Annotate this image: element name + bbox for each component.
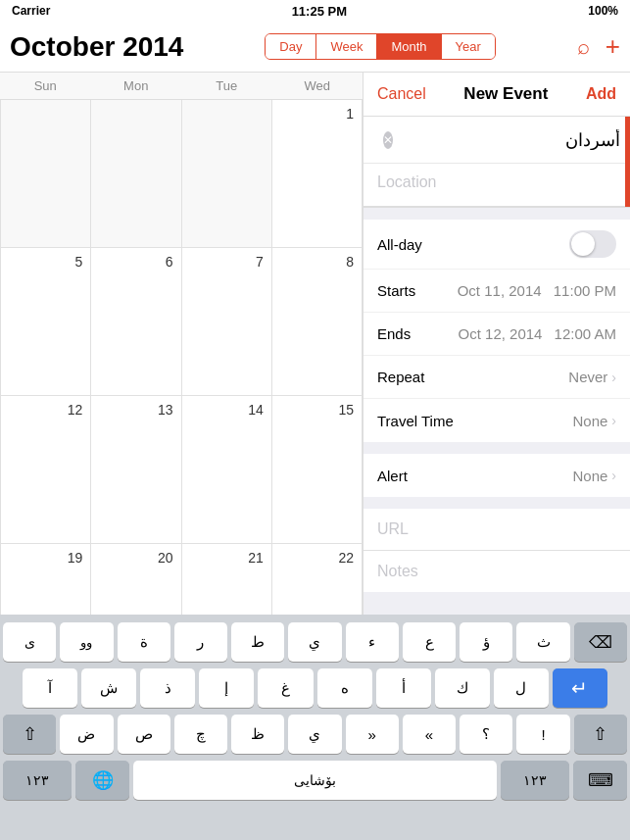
key-question[interactable]: ؟ (460, 715, 512, 754)
keyboard-row-3: ⇧ ض ص چ ظ ي » « ؟ ! ⇧ (3, 715, 627, 754)
key-sad[interactable]: ص (118, 715, 170, 754)
return-key[interactable]: ↵ (553, 668, 607, 708)
key-lam[interactable]: ل (494, 668, 549, 708)
keyboard-row-4: ١٢٣ 🌐 بۆشایی ١٢٣ ⌨ (3, 761, 627, 800)
repeat-value: Never › (568, 369, 616, 385)
event-color-bar (625, 117, 630, 207)
view-tabs[interactable]: Day Week Month Year (265, 33, 496, 60)
key-ta-marbuta[interactable]: ة (118, 622, 170, 662)
header-icons: ⌕ + (577, 31, 620, 62)
url-field[interactable]: URL (363, 509, 630, 551)
key-exclaim[interactable]: ! (516, 715, 569, 754)
panel-title: New Event (463, 84, 548, 104)
key-ta[interactable]: ط (231, 622, 284, 662)
cal-cell[interactable]: 12 (1, 396, 91, 544)
cal-cell[interactable]: 7 (182, 248, 272, 396)
shift-right-key[interactable]: ⇧ (574, 715, 627, 754)
calendar-header: October 2014 Day Week Month Year ⌕ + (0, 22, 630, 73)
tab-year[interactable]: Year (442, 34, 495, 59)
key-ghain[interactable]: غ (258, 668, 313, 708)
keyboard-hide-key[interactable]: ⌨ (573, 761, 627, 800)
num-key-left[interactable]: ١٢٣ (3, 761, 72, 800)
location-placeholder: Location (377, 173, 437, 190)
cal-cell[interactable]: . (1, 100, 91, 248)
key-ha[interactable]: ه (317, 668, 372, 708)
cal-cell[interactable]: . (182, 100, 272, 248)
tab-day[interactable]: Day (266, 34, 316, 59)
all-day-label: All-day (377, 236, 422, 253)
ends-row[interactable]: Ends Oct 12, 2014 12:00 AM (363, 313, 630, 356)
all-day-row: All-day (363, 220, 630, 270)
key-ya3[interactable]: ي (288, 715, 341, 754)
num-key-right[interactable]: ١٢٣ (501, 761, 569, 800)
key-alef-hamza[interactable]: أ (376, 668, 431, 708)
add-button[interactable]: Add (586, 85, 616, 103)
key-alef-mad[interactable]: آ (23, 668, 77, 708)
key-ya[interactable]: ى (3, 622, 56, 662)
travel-time-row[interactable]: Travel Time None › (363, 399, 630, 442)
alert-chevron: › (611, 468, 616, 483)
repeat-chevron: › (611, 370, 616, 385)
time-text: 11:25 PM (292, 4, 347, 19)
ends-time: 12:00 AM (555, 325, 616, 342)
month-label: October (10, 31, 115, 62)
starts-time: 11:00 PM (554, 282, 616, 299)
starts-date: Oct 11, 2014 (458, 282, 542, 299)
starts-value: Oct 11, 2014 11:00 PM (458, 282, 616, 299)
url-placeholder: URL (377, 520, 409, 537)
key-dad[interactable]: ض (60, 715, 113, 754)
delete-key[interactable]: ⌫ (574, 622, 627, 662)
event-name-field[interactable]: ✕ (363, 117, 630, 164)
day-header-wed: Wed (272, 73, 363, 99)
cal-cell[interactable]: 6 (91, 248, 181, 396)
cal-cell[interactable]: . (91, 100, 181, 248)
key-shin[interactable]: ش (81, 668, 136, 708)
cancel-button[interactable]: Cancel (377, 85, 426, 103)
key-dha[interactable]: ظ (231, 715, 284, 754)
cal-cell[interactable]: 14 (182, 396, 272, 544)
cal-cell[interactable]: 15 (272, 396, 363, 544)
key-che[interactable]: چ (174, 715, 227, 754)
key-dhal[interactable]: ذ (140, 668, 195, 708)
clear-button[interactable]: ✕ (383, 131, 393, 149)
key-waw[interactable]: وو (60, 622, 113, 662)
calendar-title: October 2014 (10, 31, 183, 63)
location-field[interactable]: Location (363, 164, 630, 207)
key-kaf[interactable]: ك (435, 668, 490, 708)
cal-cell[interactable]: 5 (1, 248, 91, 396)
ends-date: Oct 12, 2014 (459, 325, 543, 342)
cal-cell[interactable]: 1 (272, 100, 363, 248)
tab-month[interactable]: Month (377, 34, 441, 59)
repeat-row[interactable]: Repeat Never › (363, 356, 630, 399)
repeat-label: Repeat (377, 369, 424, 385)
travel-time-label: Travel Time (377, 413, 454, 429)
cal-cell[interactable]: 13 (91, 396, 181, 544)
add-icon[interactable]: + (606, 31, 620, 62)
key-guillemet-l[interactable]: « (403, 715, 456, 754)
notes-field[interactable]: Notes (363, 551, 630, 592)
tab-week[interactable]: Week (316, 34, 377, 59)
key-ain[interactable]: ع (403, 622, 456, 662)
shift-left-key[interactable]: ⇧ (3, 715, 56, 754)
globe-key[interactable]: 🌐 (75, 761, 129, 800)
travel-time-value: None › (572, 413, 616, 429)
day-headers: Sun Mon Tue Wed (0, 73, 363, 100)
day-header-sun: Sun (0, 73, 91, 99)
day-header-mon: Mon (91, 73, 182, 99)
cal-cell[interactable]: 8 (272, 248, 363, 396)
search-icon[interactable]: ⌕ (577, 34, 590, 60)
alert-row[interactable]: Alert None › (363, 454, 630, 497)
space-key[interactable]: بۆشایی (133, 761, 497, 800)
key-waw-hamza[interactable]: ؤ (460, 622, 512, 662)
key-hamza[interactable]: ء (346, 622, 399, 662)
key-tha[interactable]: ث (516, 622, 569, 662)
alert-section: Alert None › (363, 454, 630, 497)
event-name-input[interactable] (393, 129, 620, 150)
starts-label: Starts (377, 282, 415, 299)
key-ya2[interactable]: ي (288, 622, 341, 662)
key-ra[interactable]: ر (174, 622, 227, 662)
all-day-toggle[interactable] (569, 230, 616, 258)
starts-row[interactable]: Starts Oct 11, 2014 11:00 PM (363, 270, 630, 313)
key-alef-kasra[interactable]: إ (199, 668, 254, 708)
key-guillemet-r[interactable]: » (346, 715, 399, 754)
